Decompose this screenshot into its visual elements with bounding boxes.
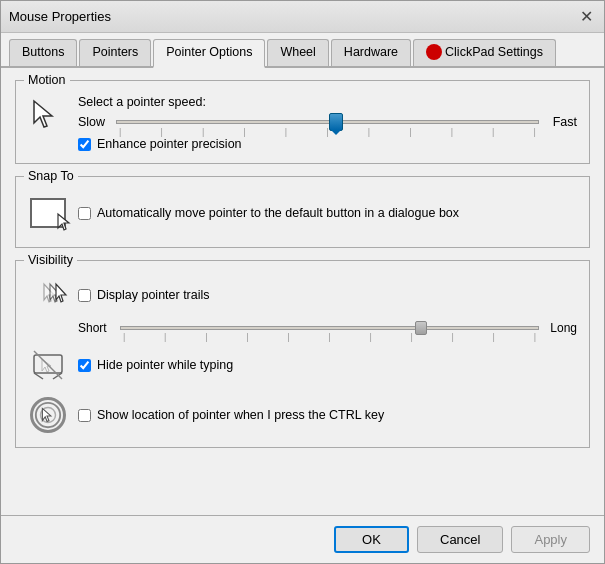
motion-section: Motion Select a pointer speed: Slow | [15,80,590,164]
precision-checkbox[interactable] [78,138,91,151]
precision-row: Enhance pointer precision [78,137,577,151]
motion-title: Motion [24,73,70,87]
titlebar: Mouse Properties ✕ [1,1,604,33]
trail-slider-track[interactable]: | | | | | | | | | | | [120,326,539,330]
auto-snap-checkbox[interactable] [78,207,91,220]
locate-row: Show location of pointer when I press th… [28,395,577,435]
auto-snap-label: Automatically move pointer to the defaul… [97,206,459,220]
snap-visual [30,198,66,228]
content-area: Motion Select a pointer speed: Slow | [1,68,604,515]
motion-right: Select a pointer speed: Slow | | | | | [78,95,577,151]
visibility-title: Visibility [24,253,77,267]
hide-checkbox-row: Hide pointer while typing [78,358,233,372]
trail-slider-row: Short | | | | | | | | | | [78,321,577,335]
locate-label: Show location of pointer when I press th… [97,408,384,422]
svg-line-6 [34,373,43,379]
svg-marker-1 [58,214,69,230]
trails-row: Display pointer trails [28,275,577,315]
close-button[interactable]: ✕ [576,7,596,27]
slow-label: Slow [78,115,110,129]
tab-pointers[interactable]: Pointers [79,39,151,66]
trail-short-label: Short [78,321,114,335]
mouse-properties-window: Mouse Properties ✕ Buttons Pointers Poin… [0,0,605,564]
snap-icon [28,191,68,235]
tab-clickpad[interactable]: ClickPad Settings [413,39,556,66]
locate-icon [28,395,68,435]
tab-bar: Buttons Pointers Pointer Options Wheel H… [1,33,604,68]
apply-button[interactable]: Apply [511,526,590,553]
trail-slider-thumb[interactable] [415,321,427,335]
snap-content: Automatically move pointer to the defaul… [28,191,577,235]
trails-checkbox-row: Display pointer trails [78,288,210,302]
auto-snap-row: Automatically move pointer to the defaul… [78,206,459,220]
fast-label: Fast [545,115,577,129]
speed-label: Select a pointer speed: [78,95,577,109]
hide-checkbox[interactable] [78,359,91,372]
visibility-content: Display pointer trails Short | | | | | | [28,275,577,435]
footer: OK Cancel Apply [1,515,604,563]
motion-cursor-icon [28,95,68,135]
svg-marker-0 [34,101,52,127]
ok-button[interactable]: OK [334,526,409,553]
visibility-section: Visibility Display pointer trails [15,260,590,448]
hide-icon [28,345,68,385]
cancel-button[interactable]: Cancel [417,526,503,553]
svg-marker-4 [56,284,66,302]
snap-to-section: Snap To Automatically move pointer to [15,176,590,248]
snap-cursor-icon [56,212,74,236]
tab-pointer-options[interactable]: Pointer Options [153,39,265,68]
locate-ring [30,397,66,433]
snap-to-title: Snap To [24,169,78,183]
precision-label: Enhance pointer precision [97,137,242,151]
tab-wheel[interactable]: Wheel [267,39,328,66]
svg-marker-12 [42,408,50,421]
clickpad-icon [426,44,442,60]
locate-checkbox[interactable] [78,409,91,422]
motion-content: Select a pointer speed: Slow | | | | | [28,95,577,151]
speed-slider-thumb[interactable] [329,113,343,131]
tab-hardware[interactable]: Hardware [331,39,411,66]
speed-slider-track[interactable]: | | | | | | | | | | | [116,120,539,124]
locate-checkbox-row: Show location of pointer when I press th… [78,408,384,422]
speed-row: Slow | | | | | | | | [78,115,577,129]
trail-long-label: Long [545,321,577,335]
trails-icon [28,275,68,315]
window-title: Mouse Properties [9,9,111,24]
trails-checkbox[interactable] [78,289,91,302]
tab-buttons[interactable]: Buttons [9,39,77,66]
cursor-arrow-svg [30,97,66,133]
hide-label: Hide pointer while typing [97,358,233,372]
trails-label: Display pointer trails [97,288,210,302]
hide-row: Hide pointer while typing [28,345,577,385]
